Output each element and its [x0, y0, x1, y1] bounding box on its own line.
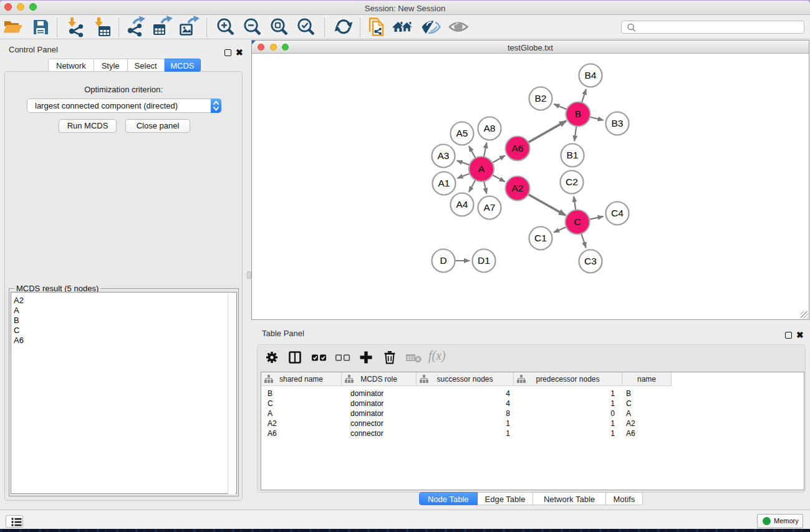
svg-text:B2: B2 — [535, 93, 547, 104]
svg-text:A: A — [478, 163, 485, 174]
svg-text:C1: C1 — [534, 233, 547, 243]
svg-text:A6: A6 — [512, 143, 524, 153]
svg-text:A3: A3 — [438, 150, 450, 161]
svg-text:C2: C2 — [566, 177, 578, 187]
svg-text:B3: B3 — [612, 118, 624, 128]
svg-text:C: C — [574, 216, 581, 227]
svg-text:A7: A7 — [484, 202, 496, 213]
svg-text:B: B — [575, 109, 581, 119]
svg-text:A8: A8 — [484, 123, 496, 133]
svg-text:A2: A2 — [512, 183, 524, 193]
svg-text:A5: A5 — [456, 128, 468, 138]
svg-text:B4: B4 — [585, 70, 597, 80]
svg-text:C3: C3 — [584, 256, 597, 266]
svg-text:D1: D1 — [478, 255, 490, 266]
svg-text:A1: A1 — [438, 178, 450, 188]
svg-text:C4: C4 — [611, 208, 624, 218]
svg-text:D: D — [440, 255, 446, 266]
svg-text:A4: A4 — [456, 199, 468, 210]
svg-text:B1: B1 — [567, 150, 579, 160]
